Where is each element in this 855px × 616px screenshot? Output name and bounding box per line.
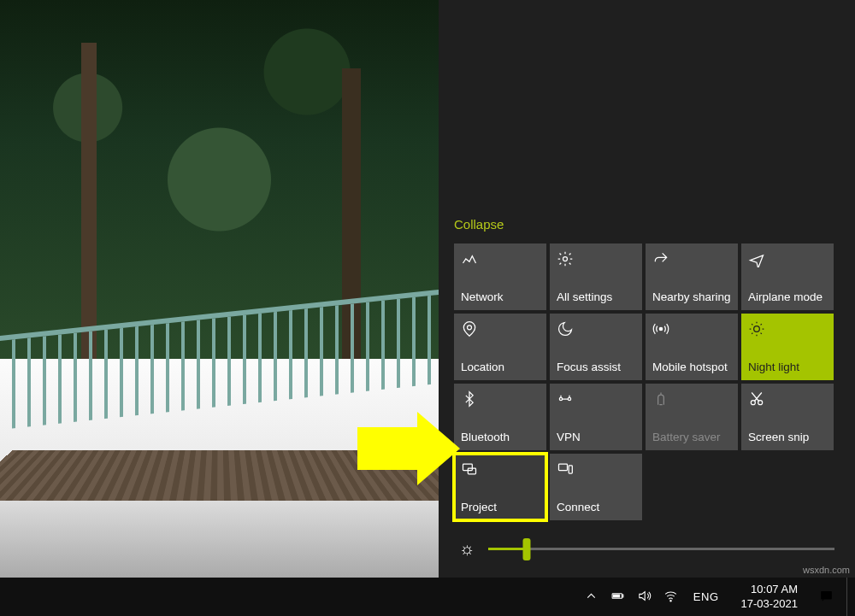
tile-bluetooth[interactable]: Bluetooth: [454, 384, 546, 450]
taskbar: ENG 10:07 AM 17-03-2021: [0, 578, 855, 616]
hotspot-icon: [652, 320, 731, 339]
svg-point-0: [563, 257, 568, 261]
airplane-icon: [748, 250, 827, 269]
share-icon: [652, 250, 731, 269]
tray-chevron-up-icon[interactable]: [584, 589, 598, 606]
svg-rect-15: [613, 595, 619, 597]
tile-screen-snip[interactable]: Screen snip: [741, 384, 834, 450]
action-center-button[interactable]: [806, 588, 846, 607]
svg-point-1: [468, 326, 472, 330]
tile-label: All settings: [557, 290, 635, 303]
svg-point-16: [670, 600, 671, 601]
battery-icon: [652, 390, 731, 409]
tile-label: Project: [461, 501, 540, 513]
tile-all-settings[interactable]: All settings: [550, 243, 642, 310]
svg-point-3: [754, 326, 760, 332]
brightness-slider[interactable]: [488, 548, 834, 550]
tile-location[interactable]: Location: [454, 314, 546, 380]
tray-wifi-icon[interactable]: [663, 589, 678, 606]
action-center-panel: Collapse Network All settings Nearby sha…: [439, 0, 855, 578]
tile-label: Bluetooth: [461, 431, 540, 443]
project-icon: [461, 461, 540, 479]
brightness-slider-row: ☼: [454, 539, 840, 559]
tile-label: Battery saver: [652, 431, 731, 443]
desktop-wallpaper: [0, 0, 439, 578]
svg-point-5: [568, 397, 570, 400]
sun-icon: [748, 320, 827, 339]
taskbar-clock[interactable]: 10:07 AM 17-03-2021: [733, 583, 807, 611]
tile-nearby-sharing[interactable]: Nearby sharing: [646, 243, 738, 310]
brightness-icon: ☼: [459, 539, 475, 559]
svg-point-4: [559, 397, 562, 400]
connect-icon: [557, 461, 635, 479]
network-icon: [461, 250, 540, 269]
svg-rect-10: [559, 464, 568, 471]
tile-project[interactable]: Project: [454, 454, 546, 520]
tile-battery-saver: Battery saver: [646, 384, 738, 450]
language-indicator[interactable]: ENG: [690, 590, 722, 603]
tile-network[interactable]: Network: [454, 243, 546, 310]
tray-battery-icon[interactable]: [610, 589, 625, 606]
tile-mobile-hotspot[interactable]: Mobile hotspot: [646, 314, 738, 380]
location-icon: [461, 320, 540, 339]
tile-label: Mobile hotspot: [652, 361, 731, 373]
tile-label: Night light: [748, 361, 827, 373]
vpn-icon: [557, 390, 635, 409]
tile-night-light[interactable]: Night light: [741, 314, 834, 380]
tile-label: Airplane mode: [748, 290, 827, 303]
tile-focus-assist[interactable]: Focus assist: [550, 314, 642, 380]
tile-label: Screen snip: [748, 431, 827, 443]
svg-rect-14: [622, 595, 622, 597]
gear-icon: [557, 250, 635, 269]
watermark: wsxdn.com: [803, 565, 850, 575]
show-desktop-button[interactable]: [846, 578, 855, 616]
svg-marker-12: [357, 412, 460, 485]
tile-label: Focus assist: [557, 361, 635, 373]
tile-label: Nearby sharing: [652, 290, 731, 303]
brightness-slider-thumb[interactable]: [522, 538, 530, 560]
tile-label: Network: [461, 290, 540, 303]
moon-icon: [557, 320, 635, 339]
bluetooth-icon: [461, 390, 540, 409]
tile-label: VPN: [557, 431, 635, 443]
collapse-link[interactable]: Collapse: [454, 210, 504, 243]
snip-icon: [748, 390, 827, 409]
tile-vpn[interactable]: VPN: [550, 384, 642, 450]
quick-action-tiles: Network All settings Nearby sharing Airp…: [454, 243, 840, 520]
annotation-arrow: [357, 412, 460, 485]
tile-airplane-mode[interactable]: Airplane mode: [741, 243, 834, 310]
clock-date: 17-03-2021: [741, 597, 799, 611]
clock-time: 10:07 AM: [741, 583, 799, 596]
tile-label: Connect: [557, 501, 635, 513]
tile-label: Location: [461, 361, 540, 373]
system-tray: ENG: [574, 589, 733, 606]
svg-point-2: [659, 327, 662, 330]
svg-rect-11: [569, 466, 572, 473]
svg-rect-17: [821, 590, 832, 599]
tile-connect[interactable]: Connect: [550, 454, 642, 520]
tray-volume-icon[interactable]: [637, 589, 652, 606]
